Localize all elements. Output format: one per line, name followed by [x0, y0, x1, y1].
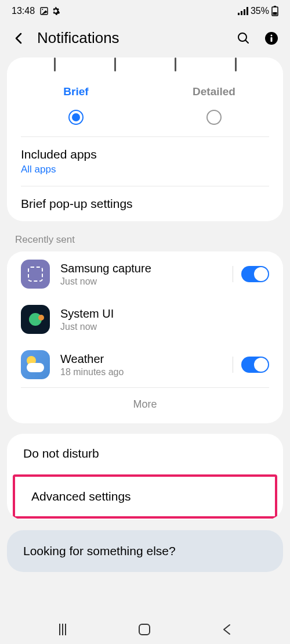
system-app-icon	[21, 305, 50, 334]
svg-rect-12	[271, 37, 273, 42]
included-apps-row[interactable]: Included apps All apps	[7, 137, 283, 186]
do-not-disturb-row[interactable]: Do not disturb	[7, 434, 283, 473]
capture-app-icon	[21, 260, 50, 289]
image-icon	[39, 6, 49, 16]
app-row-weather[interactable]: Weather 18 minutes ago	[7, 342, 283, 387]
battery-icon	[271, 6, 278, 16]
more-button[interactable]: More	[7, 388, 283, 423]
brief-popup-row[interactable]: Brief pop-up settings	[7, 186, 283, 221]
svg-point-1	[42, 9, 43, 10]
settings-card: Do not disturb Advanced settings	[7, 434, 283, 520]
battery-percent: 35%	[251, 6, 269, 16]
recently-sent-card: Samsung capture Just now System UI Just …	[7, 251, 283, 423]
brief-label: Brief	[63, 85, 88, 98]
app-name: System UI	[60, 307, 269, 321]
brief-popup-title: Brief pop-up settings	[21, 197, 269, 211]
app-time: 18 minutes ago	[60, 367, 222, 377]
header: Notifications	[0, 22, 290, 57]
weather-toggle[interactable]	[241, 357, 269, 373]
looking-for-card[interactable]: Looking for something else?	[7, 530, 283, 572]
svg-rect-7	[274, 6, 276, 7]
style-option-detailed[interactable]: Detailed	[145, 85, 283, 125]
style-preview	[7, 57, 283, 75]
nav-home-button[interactable]	[139, 624, 150, 635]
advanced-settings-highlight: Advanced settings	[13, 474, 277, 519]
app-time: Just now	[60, 276, 222, 287]
detailed-radio[interactable]	[206, 110, 222, 125]
capture-toggle[interactable]	[241, 266, 269, 282]
status-bar: 13:48 35%	[0, 0, 290, 22]
app-row-capture[interactable]: Samsung capture Just now	[7, 251, 283, 297]
signal-icon	[238, 7, 248, 15]
app-row-system[interactable]: System UI Just now	[7, 297, 283, 342]
recently-sent-header: Recently sent	[0, 221, 290, 251]
page-title: Notifications	[37, 29, 225, 47]
brief-radio[interactable]	[68, 110, 84, 125]
svg-rect-5	[246, 7, 248, 15]
app-name: Samsung capture	[60, 262, 222, 275]
svg-point-11	[271, 34, 273, 36]
back-button[interactable]	[12, 31, 26, 45]
included-apps-title: Included apps	[21, 147, 269, 161]
info-icon[interactable]	[264, 31, 278, 45]
detailed-label: Detailed	[193, 85, 235, 98]
gear-icon	[51, 6, 60, 16]
advanced-settings-row[interactable]: Advanced settings	[15, 477, 275, 516]
svg-rect-2	[238, 13, 240, 15]
nav-recent-button[interactable]	[59, 624, 66, 635]
svg-rect-8	[273, 12, 277, 15]
navigation-bar	[0, 615, 290, 644]
search-icon[interactable]	[237, 31, 251, 45]
nav-back-button[interactable]	[223, 624, 231, 635]
app-time: Just now	[60, 322, 269, 332]
notification-style-card: Brief Detailed Included apps All apps Br…	[7, 57, 283, 221]
chevron-left-icon	[15, 33, 22, 44]
looking-for-text: Looking for something else?	[23, 544, 267, 558]
style-option-brief[interactable]: Brief	[7, 85, 145, 125]
svg-rect-4	[244, 9, 245, 15]
svg-rect-3	[241, 11, 242, 15]
weather-app-icon	[21, 350, 50, 379]
status-time: 13:48	[12, 6, 35, 16]
app-name: Weather	[60, 352, 222, 366]
included-apps-subtitle: All apps	[21, 164, 269, 175]
